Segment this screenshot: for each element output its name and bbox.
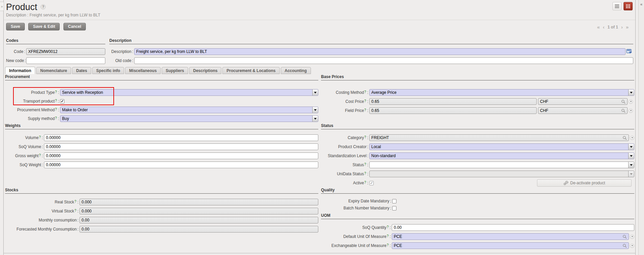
pager-last-icon[interactable]: » (626, 24, 629, 30)
pager-first-icon[interactable]: « (597, 24, 600, 30)
tab-accounting[interactable]: Accounting (281, 67, 311, 74)
title-help-icon[interactable]: ? (41, 4, 46, 9)
virtual-stock-field[interactable]: 0.000 (79, 208, 318, 214)
expiry-date-mandatory-row: Expiry Date Mandatory: (321, 199, 634, 203)
tab-specific-info[interactable]: Specific info (92, 67, 124, 74)
monthly-consumption-field[interactable]: 0.00 (79, 217, 318, 224)
procurement-group: Procurement Product Type?: Service with … (5, 74, 318, 124)
status-select[interactable] (369, 162, 634, 168)
tab-descriptions[interactable]: Descriptions (189, 67, 222, 74)
tab-procurement-locations[interactable]: Procurement & Locations (222, 67, 279, 74)
product-creator-select[interactable]: Local (369, 143, 634, 150)
active-checkbox[interactable]: ✓ (369, 181, 374, 185)
transport-product-checkbox[interactable]: ✓ (60, 99, 64, 104)
help-icon[interactable]: ? (364, 172, 366, 175)
procurement-method-select[interactable]: Make to Order (60, 107, 318, 113)
chevron-down-icon[interactable] (312, 116, 318, 122)
tab-miscellaneous[interactable]: Miscellaneous (125, 67, 161, 74)
toolbar: Save Save & Edit Cancel « ‹ 1 of 1 › » (4, 20, 635, 33)
chevron-down-icon (628, 171, 634, 177)
open-record-icon[interactable] (630, 235, 634, 239)
gross-weight-field[interactable]: 0.00000 (44, 152, 318, 159)
unidata-status-row: UniData Status?: (321, 171, 634, 177)
open-record-icon[interactable] (630, 136, 634, 140)
help-icon[interactable]: ? (55, 90, 57, 94)
real-stock-field[interactable]: 0.000 (79, 199, 318, 205)
help-icon[interactable]: ? (364, 99, 366, 103)
help-icon[interactable]: ? (364, 181, 366, 184)
standardization-level-select[interactable]: Non-standard (369, 152, 634, 159)
cost-price-field[interactable]: 0.65 (369, 98, 537, 105)
help-icon[interactable]: ? (387, 234, 389, 238)
deactivate-product-button[interactable]: De-activate product (537, 179, 632, 187)
help-icon[interactable]: ? (364, 135, 366, 139)
save-button[interactable]: Save (6, 23, 25, 30)
chevron-down-icon[interactable] (628, 89, 634, 95)
soq-volume-field[interactable]: 0.00000 (44, 143, 318, 150)
costing-method-select[interactable]: Average Price (369, 89, 634, 96)
help-icon[interactable]: ? (364, 163, 366, 166)
soq-volume-label: SoQ Volume (18, 144, 41, 149)
unidata-status-select (369, 171, 634, 177)
volume-field[interactable]: 0.00000 (44, 134, 318, 141)
supply-method-select[interactable]: Buy (60, 115, 318, 122)
category-field[interactable]: FREIGHT (369, 134, 629, 141)
search-icon[interactable] (623, 244, 627, 248)
forecasted-monthly-consumption-field[interactable]: 0.00 (79, 226, 318, 233)
open-record-icon[interactable] (629, 100, 633, 104)
active-label: Active (353, 181, 364, 185)
chevron-down-icon[interactable] (628, 144, 634, 150)
help-icon[interactable]: ? (39, 135, 41, 139)
search-icon[interactable] (623, 136, 627, 140)
help-icon[interactable]: ? (387, 243, 389, 247)
chevron-down-icon[interactable] (312, 107, 318, 113)
help-icon[interactable]: ? (39, 153, 41, 157)
soq-quantity-field[interactable]: 0.00 (392, 224, 634, 231)
open-record-icon[interactable] (630, 244, 634, 248)
search-icon[interactable] (621, 109, 626, 113)
soq-weight-field[interactable]: 0.00000 (44, 162, 318, 168)
expand-left-sidebar-button[interactable]: » (0, 2, 4, 11)
translate-icon[interactable] (626, 49, 633, 55)
default-uom-field[interactable]: PCE (392, 233, 629, 240)
chevron-down-icon[interactable] (628, 162, 634, 168)
form-view-button[interactable] (624, 2, 633, 10)
tab-suppliers[interactable]: Suppliers (162, 67, 188, 74)
chevron-down-icon[interactable] (628, 153, 634, 159)
exchangeable-uom-field[interactable]: PCE (392, 242, 629, 249)
field-price-currency-field[interactable]: CHF (538, 107, 628, 114)
help-icon[interactable]: ? (387, 225, 389, 229)
search-icon[interactable] (621, 100, 626, 104)
product-type-select[interactable]: Service with Reception (60, 89, 318, 96)
description-field[interactable]: Freight service, per kg from LLW to BLT (134, 48, 626, 55)
cost-price-currency-field[interactable]: CHF (538, 98, 628, 105)
tab-dates[interactable]: Dates (72, 67, 91, 74)
open-record-icon[interactable] (629, 109, 633, 113)
code-field[interactable]: XFREZMW0012 (26, 48, 105, 55)
expiry-date-mandatory-checkbox[interactable] (392, 199, 396, 203)
batch-number-mandatory-checkbox[interactable] (392, 206, 396, 210)
help-icon[interactable]: ? (55, 108, 57, 111)
description-label: Description (111, 49, 131, 54)
tab-nomenclature[interactable]: Nomenclature (36, 67, 71, 74)
pager-next-icon[interactable]: › (621, 24, 623, 30)
list-view-button[interactable] (612, 2, 622, 10)
search-icon[interactable] (623, 235, 627, 239)
main-content: Product ? Description : Freig (3, 0, 636, 255)
save-edit-button[interactable]: Save & Edit (28, 23, 60, 30)
help-icon[interactable]: ? (55, 116, 57, 120)
pager-prev-icon[interactable]: ‹ (603, 24, 604, 30)
cancel-button[interactable]: Cancel (63, 23, 86, 30)
field-price-label: Field Price (345, 108, 364, 113)
help-icon[interactable]: ? (74, 200, 76, 203)
chevron-down-icon[interactable] (312, 89, 318, 95)
help-icon[interactable]: ? (364, 90, 366, 94)
collapse-right-sidebar-button[interactable]: « (638, 0, 644, 255)
help-icon[interactable]: ? (55, 99, 57, 103)
old-code-field[interactable] (134, 57, 633, 64)
help-icon[interactable]: ? (74, 209, 76, 212)
tab-information[interactable]: Information (5, 67, 35, 74)
field-price-field[interactable]: 0.65 (369, 107, 537, 114)
help-icon[interactable]: ? (364, 108, 366, 112)
new-code-field[interactable] (26, 57, 105, 64)
